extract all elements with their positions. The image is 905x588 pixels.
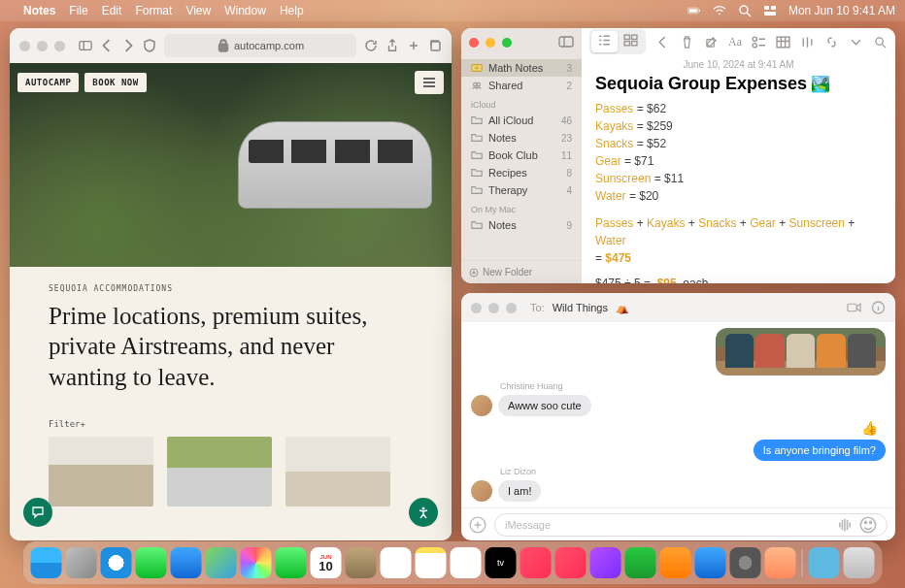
conversation-name[interactable]: Wild Things bbox=[553, 302, 608, 313]
dock-calendar[interactable]: JUN10 bbox=[311, 547, 342, 578]
folder-local-notes[interactable]: Notes9 bbox=[461, 216, 582, 234]
menu-window[interactable]: Window bbox=[224, 4, 266, 17]
dock-tv[interactable]: tv bbox=[486, 547, 517, 578]
folder-shared[interactable]: Shared 2 bbox=[461, 77, 582, 94]
zoom-button[interactable] bbox=[506, 303, 517, 313]
dock-reminders[interactable] bbox=[381, 547, 412, 578]
dock-messages[interactable] bbox=[136, 547, 167, 578]
dock-settings[interactable] bbox=[730, 547, 761, 578]
dock-launchpad[interactable] bbox=[66, 547, 97, 578]
book-now-button[interactable]: BOOK NOW bbox=[84, 73, 146, 92]
back-icon[interactable] bbox=[655, 36, 670, 49]
accessibility-fab[interactable] bbox=[409, 498, 438, 527]
search-icon[interactable] bbox=[873, 36, 888, 49]
site-logo[interactable]: AUTOCAMP bbox=[17, 73, 79, 92]
emoji-icon[interactable] bbox=[859, 516, 877, 534]
dock-freeform[interactable] bbox=[451, 547, 482, 578]
format-icon[interactable]: Aa bbox=[728, 35, 742, 49]
avatar[interactable] bbox=[471, 395, 492, 416]
list-view-icon[interactable] bbox=[591, 31, 618, 52]
sent-bubble[interactable]: Is anyone bringing film? bbox=[754, 440, 886, 461]
folder-book-club[interactable]: Book Club11 bbox=[461, 147, 582, 164]
battery-icon[interactable] bbox=[687, 4, 701, 17]
dock-podcasts[interactable] bbox=[590, 547, 621, 578]
received-image[interactable] bbox=[716, 328, 886, 376]
dock-photos[interactable] bbox=[241, 547, 272, 578]
trash-icon[interactable] bbox=[680, 36, 694, 49]
apps-plus-icon[interactable] bbox=[469, 516, 486, 534]
folder-therapy[interactable]: Therapy4 bbox=[461, 181, 582, 199]
minimize-button[interactable] bbox=[37, 41, 48, 51]
back-icon[interactable] bbox=[100, 39, 114, 52]
folder-notes[interactable]: Notes23 bbox=[461, 129, 582, 147]
facetime-video-icon[interactable] bbox=[847, 301, 861, 314]
message-input[interactable]: iMessage bbox=[494, 513, 888, 537]
dock-numbers[interactable] bbox=[625, 547, 656, 578]
dock-downloads[interactable] bbox=[809, 547, 840, 578]
close-button[interactable] bbox=[19, 41, 30, 51]
hamburger-menu[interactable] bbox=[415, 71, 444, 94]
address-bar[interactable]: autocamp.com bbox=[164, 34, 356, 57]
new-folder-button[interactable]: New Folder bbox=[461, 260, 582, 283]
menu-file[interactable]: File bbox=[69, 4, 87, 17]
compose-icon[interactable] bbox=[704, 36, 719, 49]
sidebar-toggle-icon[interactable] bbox=[79, 39, 92, 52]
dock-contacts[interactable] bbox=[346, 547, 377, 578]
close-button[interactable] bbox=[469, 38, 479, 48]
close-button[interactable] bbox=[471, 303, 482, 313]
accommodation-thumb[interactable] bbox=[167, 437, 272, 506]
minimize-button[interactable] bbox=[488, 303, 499, 313]
received-bubble[interactable]: Awww soo cute bbox=[498, 395, 591, 416]
menu-edit[interactable]: Edit bbox=[102, 4, 122, 17]
menu-format[interactable]: Format bbox=[135, 4, 172, 17]
audio-icon[interactable] bbox=[836, 516, 854, 534]
grid-view-icon[interactable] bbox=[618, 31, 644, 52]
tapback-thumbs-up[interactable]: 👍 bbox=[861, 420, 878, 436]
more-icon[interactable] bbox=[849, 36, 863, 49]
filter-button[interactable]: Filter+ bbox=[49, 419, 413, 429]
dock-iphone-mirroring[interactable] bbox=[765, 547, 796, 578]
accommodation-thumb[interactable] bbox=[285, 437, 390, 506]
dock-finder[interactable] bbox=[31, 547, 62, 578]
info-icon[interactable] bbox=[871, 301, 886, 314]
new-tab-icon[interactable] bbox=[407, 39, 420, 52]
wifi-icon[interactable] bbox=[713, 4, 726, 17]
dock-trash[interactable] bbox=[844, 547, 875, 578]
chat-fab[interactable] bbox=[23, 498, 52, 527]
dock-safari[interactable] bbox=[101, 547, 132, 578]
dock-music[interactable] bbox=[520, 547, 552, 578]
forward-icon[interactable] bbox=[121, 39, 135, 52]
folder-all-icloud[interactable]: All iCloud46 bbox=[461, 112, 582, 129]
dock-facetime[interactable] bbox=[276, 547, 307, 578]
accommodation-thumb[interactable] bbox=[49, 437, 153, 506]
zoom-button[interactable] bbox=[502, 38, 512, 48]
reload-icon[interactable] bbox=[364, 39, 378, 52]
menu-help[interactable]: Help bbox=[280, 4, 304, 17]
dock-maps[interactable] bbox=[206, 547, 237, 578]
tabs-icon[interactable] bbox=[428, 39, 442, 52]
shield-icon[interactable] bbox=[143, 39, 156, 52]
received-bubble[interactable]: I am! bbox=[498, 480, 541, 502]
control-center-icon[interactable] bbox=[763, 4, 777, 17]
menu-view[interactable]: View bbox=[185, 4, 211, 17]
table-icon[interactable] bbox=[776, 36, 790, 49]
media-icon[interactable] bbox=[800, 36, 815, 49]
dock-appstore[interactable] bbox=[695, 547, 726, 578]
avatar[interactable] bbox=[471, 480, 492, 502]
folder-math-notes[interactable]: Math Notes 3 bbox=[461, 59, 582, 77]
minimize-button[interactable] bbox=[486, 38, 495, 48]
share-icon[interactable] bbox=[385, 39, 399, 52]
dock-news[interactable] bbox=[555, 547, 587, 578]
checklist-icon[interactable] bbox=[752, 36, 766, 49]
link-icon[interactable] bbox=[824, 36, 839, 49]
menubar-datetime[interactable]: Mon Jun 10 9:41 AM bbox=[788, 4, 895, 17]
zoom-button[interactable] bbox=[54, 41, 65, 51]
dock-pages[interactable] bbox=[660, 547, 691, 578]
folder-recipes[interactable]: Recipes8 bbox=[461, 164, 582, 181]
spotlight-icon[interactable] bbox=[738, 4, 752, 17]
note-content[interactable]: June 10, 2024 at 9:41 AM Sequoia Group E… bbox=[582, 55, 895, 283]
sidebar-toggle-icon[interactable] bbox=[558, 35, 574, 50]
conversation-body[interactable]: Christine Huang Awww soo cute 👍 Is anyon… bbox=[461, 322, 895, 507]
dock-mail[interactable] bbox=[171, 547, 202, 578]
menubar-app-name[interactable]: Notes bbox=[23, 4, 55, 17]
